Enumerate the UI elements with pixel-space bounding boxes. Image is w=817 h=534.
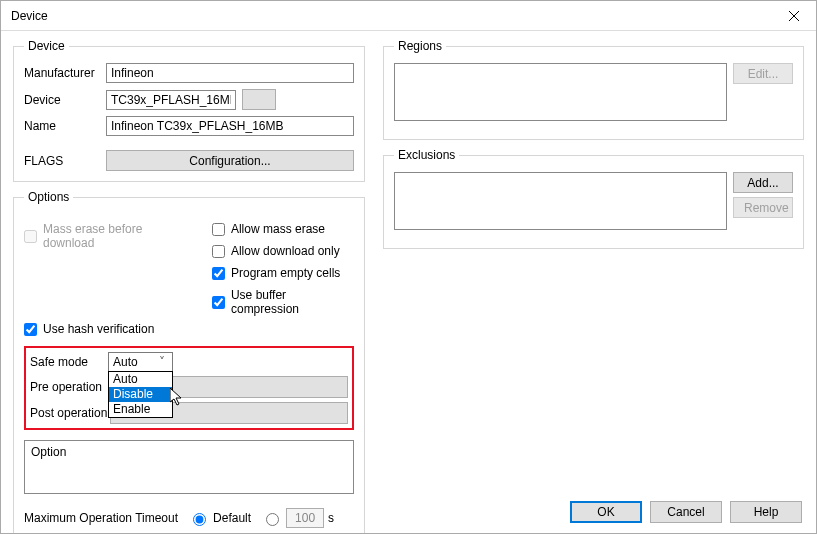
regions-legend: Regions <box>394 39 446 53</box>
safe-mode-combo[interactable]: Auto ˅ <box>108 352 173 372</box>
device-browse-button[interactable] <box>242 89 276 110</box>
timeout-unit: s <box>328 511 334 525</box>
name-label: Name <box>24 119 100 133</box>
flags-label: FLAGS <box>24 154 100 168</box>
close-icon <box>789 11 799 21</box>
help-button[interactable]: Help <box>730 501 802 523</box>
mass-erase-before-label: Mass erase before download <box>43 222 190 250</box>
chevron-down-icon: ˅ <box>154 355 170 369</box>
options-legend: Options <box>24 190 73 204</box>
post-operation-label: Post operation <box>30 406 108 420</box>
exclusions-list[interactable] <box>394 172 727 230</box>
safe-mode-label: Safe mode <box>30 355 108 369</box>
option-textarea[interactable]: Option <box>24 440 354 494</box>
safe-mode-option-auto[interactable]: Auto <box>109 372 172 387</box>
ok-button[interactable]: OK <box>570 501 642 523</box>
timeout-label: Maximum Operation Timeout <box>24 511 178 525</box>
name-field[interactable] <box>106 116 354 136</box>
allow-download-only-checkbox[interactable]: Allow download only <box>212 244 354 258</box>
regions-edit-button: Edit... <box>733 63 793 84</box>
highlighted-modes-area: Safe mode Auto ˅ Auto Disable Enable <box>24 346 354 430</box>
option-textarea-label: Option <box>31 445 66 459</box>
timeout-default-radio[interactable]: Default <box>188 510 251 526</box>
device-group: Device Manufacturer Device Name FLAGS Co… <box>13 39 365 182</box>
safe-mode-value: Auto <box>113 355 138 369</box>
device-label: Device <box>24 93 100 107</box>
exclusions-remove-button: Remove <box>733 197 793 218</box>
program-empty-checkbox[interactable]: Program empty cells <box>212 266 354 280</box>
timeout-custom-radio[interactable]: s <box>261 508 334 528</box>
exclusions-add-button[interactable]: Add... <box>733 172 793 193</box>
pre-operation-label: Pre operation <box>30 380 108 394</box>
device-field[interactable] <box>106 90 236 110</box>
allow-mass-erase-checkbox[interactable]: Allow mass erase <box>212 222 354 236</box>
program-empty-label: Program empty cells <box>231 266 340 280</box>
timeout-value-spin <box>286 508 324 528</box>
mass-erase-before-checkbox: Mass erase before download <box>24 222 190 250</box>
options-group: Options Mass erase before download Use h… <box>13 190 365 534</box>
manufacturer-field[interactable] <box>106 63 354 83</box>
regions-list[interactable] <box>394 63 727 121</box>
safe-mode-dropdown[interactable]: Auto Disable Enable <box>108 371 173 418</box>
use-hash-checkbox[interactable]: Use hash verification <box>24 322 190 336</box>
device-legend: Device <box>24 39 69 53</box>
use-buffer-checkbox[interactable]: Use buffer compression <box>212 288 354 316</box>
cancel-button[interactable]: Cancel <box>650 501 722 523</box>
exclusions-group: Exclusions Add... Remove <box>383 148 804 249</box>
use-hash-label: Use hash verification <box>43 322 154 336</box>
close-button[interactable] <box>771 1 816 30</box>
regions-group: Regions Edit... <box>383 39 804 140</box>
timeout-default-label: Default <box>213 511 251 525</box>
window-title: Device <box>11 9 48 23</box>
allow-mass-erase-label: Allow mass erase <box>231 222 325 236</box>
use-buffer-label: Use buffer compression <box>231 288 354 316</box>
safe-mode-option-disable[interactable]: Disable <box>109 387 172 402</box>
exclusions-legend: Exclusions <box>394 148 459 162</box>
safe-mode-option-enable[interactable]: Enable <box>109 402 172 417</box>
allow-download-only-label: Allow download only <box>231 244 340 258</box>
configuration-button[interactable]: Configuration... <box>106 150 354 171</box>
manufacturer-label: Manufacturer <box>24 66 100 80</box>
